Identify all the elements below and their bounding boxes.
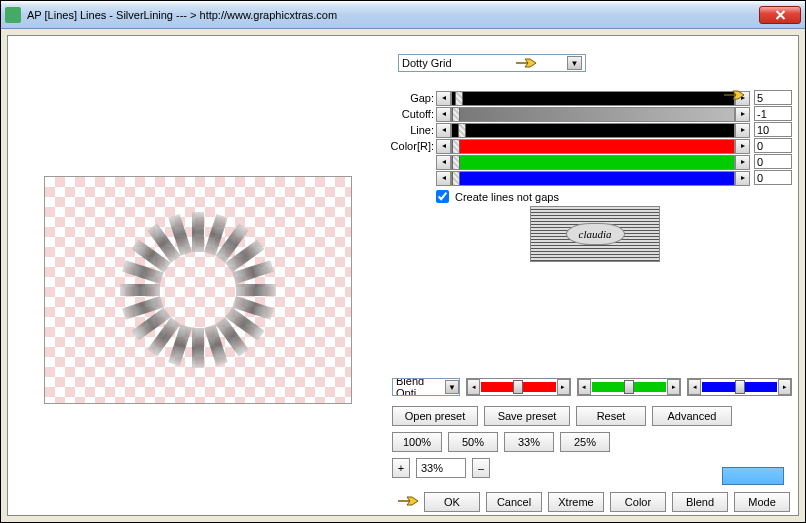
label-cutoff: Cutoff: bbox=[390, 106, 434, 122]
slider-right-arrow[interactable]: ▸ bbox=[735, 171, 750, 186]
plugin-window: AP [Lines] Lines - SilverLining --- > ht… bbox=[0, 0, 806, 523]
preset-button-row: Open preset Save preset Reset Advanced bbox=[392, 406, 732, 426]
create-lines-checkbox[interactable] bbox=[436, 190, 449, 203]
zoom-33-button[interactable]: 33% bbox=[504, 432, 554, 452]
slider-thumb[interactable] bbox=[458, 124, 466, 137]
titlebar[interactable]: AP [Lines] Lines - SilverLining --- > ht… bbox=[1, 1, 805, 29]
zoom-preset-row: 100% 50% 33% 25% bbox=[392, 432, 610, 452]
slider-value[interactable]: -1 bbox=[754, 106, 792, 121]
pointing-hand-icon bbox=[396, 492, 422, 510]
slider-value[interactable]: 10 bbox=[754, 122, 792, 137]
slider-value[interactable]: 0 bbox=[754, 170, 792, 185]
color-swatch[interactable] bbox=[722, 467, 784, 485]
slider-track[interactable] bbox=[451, 107, 735, 122]
app-icon bbox=[5, 7, 21, 23]
dropdown-arrow-icon: ▼ bbox=[567, 56, 582, 70]
slider-left-arrow[interactable]: ◂ bbox=[436, 91, 451, 106]
slider-row: ◂▸ bbox=[436, 106, 750, 122]
slider-row: ◂▸ bbox=[436, 138, 750, 154]
blend-row: Blend Opti ▼ ◂▸◂▸◂▸ bbox=[392, 378, 792, 396]
zoom-in-button[interactable]: + bbox=[392, 458, 410, 478]
action-button-row: OK Cancel Xtreme Color Blend Mode bbox=[424, 492, 790, 512]
slider-left-arrow[interactable]: ◂ bbox=[436, 123, 451, 138]
cancel-button[interactable]: Cancel bbox=[486, 492, 542, 512]
controls-column: Dotty Grid ▼ Gap: Cutoff: Line: Color[R]… bbox=[390, 40, 792, 509]
preview-image bbox=[45, 177, 351, 403]
slider-right-arrow[interactable]: ▸ bbox=[778, 379, 791, 395]
reset-button[interactable]: Reset bbox=[576, 406, 646, 426]
slider-row: ◂▸ bbox=[436, 154, 750, 170]
slider-track[interactable] bbox=[451, 155, 735, 170]
rgb-slider[interactable]: ◂▸ bbox=[577, 378, 682, 396]
save-preset-button[interactable]: Save preset bbox=[484, 406, 570, 426]
slider-track[interactable] bbox=[451, 139, 735, 154]
preview-panel[interactable] bbox=[44, 176, 352, 404]
slider-left-arrow[interactable]: ◂ bbox=[467, 379, 480, 395]
slider-row: ◂▸ bbox=[436, 90, 750, 106]
window-title: AP [Lines] Lines - SilverLining --- > ht… bbox=[27, 9, 759, 21]
zoom-stepper-row: + 33% – bbox=[392, 458, 490, 478]
logo-text: claudia bbox=[566, 223, 625, 245]
slider-track[interactable] bbox=[451, 91, 735, 106]
pointing-hand-icon bbox=[514, 54, 540, 72]
slider-left-arrow[interactable]: ◂ bbox=[436, 139, 451, 154]
preset-row: Dotty Grid ▼ bbox=[398, 54, 586, 72]
slider-right-arrow[interactable]: ▸ bbox=[667, 379, 680, 395]
slider-thumb[interactable] bbox=[452, 140, 460, 153]
zoom-out-button[interactable]: – bbox=[472, 458, 490, 478]
preset-dropdown[interactable]: Dotty Grid ▼ bbox=[398, 54, 586, 72]
close-icon bbox=[775, 10, 786, 20]
preset-value: Dotty Grid bbox=[402, 57, 452, 69]
create-lines-row: Create lines not gaps bbox=[436, 190, 559, 203]
pointing-hand-icon bbox=[722, 86, 748, 104]
slider-labels: Gap: Cutoff: Line: Color[R]: bbox=[390, 90, 434, 154]
slider-left-arrow[interactable]: ◂ bbox=[436, 107, 451, 122]
slider-left-arrow[interactable]: ◂ bbox=[578, 379, 591, 395]
slider-left-arrow[interactable]: ◂ bbox=[436, 155, 451, 170]
slider-thumb[interactable] bbox=[452, 156, 460, 169]
slider-left-arrow[interactable]: ◂ bbox=[688, 379, 701, 395]
slider-track[interactable] bbox=[451, 123, 735, 138]
label-color-r: Color[R]: bbox=[390, 138, 434, 154]
slider-thumb[interactable] bbox=[455, 92, 463, 105]
client-area: Dotty Grid ▼ Gap: Cutoff: Line: Color[R]… bbox=[7, 35, 799, 516]
slider-right-arrow[interactable]: ▸ bbox=[735, 155, 750, 170]
color-button[interactable]: Color bbox=[610, 492, 666, 512]
zoom-100-button[interactable]: 100% bbox=[392, 432, 442, 452]
create-lines-label: Create lines not gaps bbox=[455, 191, 559, 203]
zoom-25-button[interactable]: 25% bbox=[560, 432, 610, 452]
blend-dropdown[interactable]: Blend Opti ▼ bbox=[392, 378, 460, 396]
label-gap: Gap: bbox=[390, 90, 434, 106]
rgb-slider[interactable]: ◂▸ bbox=[466, 378, 571, 396]
xtreme-button[interactable]: Xtreme bbox=[548, 492, 604, 512]
close-button[interactable] bbox=[759, 6, 801, 24]
rgb-sliders: ◂▸◂▸◂▸ bbox=[466, 378, 792, 396]
slider-thumb[interactable] bbox=[624, 380, 634, 394]
slider-thumb[interactable] bbox=[452, 172, 460, 185]
dropdown-arrow-icon: ▼ bbox=[445, 380, 459, 394]
slider-track[interactable] bbox=[451, 171, 735, 186]
slider-right-arrow[interactable]: ▸ bbox=[735, 123, 750, 138]
slider-thumb[interactable] bbox=[735, 380, 745, 394]
slider-value[interactable]: 0 bbox=[754, 154, 792, 169]
slider-right-arrow[interactable]: ▸ bbox=[557, 379, 570, 395]
mode-button[interactable]: Mode bbox=[734, 492, 790, 512]
open-preset-button[interactable]: Open preset bbox=[392, 406, 478, 426]
slider-stack: ◂▸◂▸◂▸◂▸◂▸◂▸ bbox=[436, 90, 750, 186]
slider-left-arrow[interactable]: ◂ bbox=[436, 171, 451, 186]
value-stack: 5-110000 bbox=[754, 90, 792, 186]
blend-button[interactable]: Blend bbox=[672, 492, 728, 512]
slider-right-arrow[interactable]: ▸ bbox=[735, 139, 750, 154]
ok-button[interactable]: OK bbox=[424, 492, 480, 512]
rgb-slider[interactable]: ◂▸ bbox=[687, 378, 792, 396]
label-line: Line: bbox=[390, 122, 434, 138]
slider-row: ◂▸ bbox=[436, 122, 750, 138]
slider-value[interactable]: 5 bbox=[754, 90, 792, 105]
advanced-button[interactable]: Advanced bbox=[652, 406, 732, 426]
slider-value[interactable]: 0 bbox=[754, 138, 792, 153]
slider-thumb[interactable] bbox=[513, 380, 523, 394]
slider-right-arrow[interactable]: ▸ bbox=[735, 107, 750, 122]
zoom-50-button[interactable]: 50% bbox=[448, 432, 498, 452]
zoom-value[interactable]: 33% bbox=[416, 458, 466, 478]
slider-thumb[interactable] bbox=[452, 108, 460, 121]
